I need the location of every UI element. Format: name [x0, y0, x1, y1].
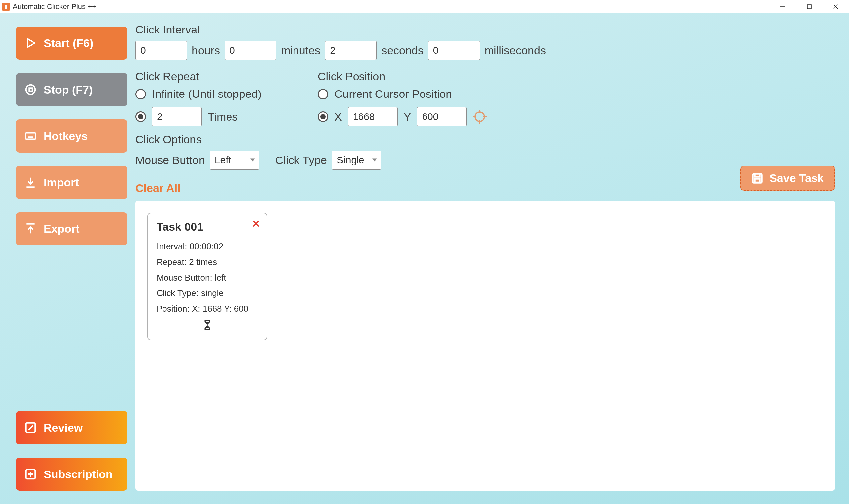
click-interval-heading: Click Interval	[135, 23, 835, 36]
stop-icon	[24, 83, 37, 96]
svg-point-15	[475, 112, 484, 121]
hotkeys-button[interactable]: Hotkeys	[16, 119, 127, 152]
app-icon	[2, 3, 10, 11]
position-current-option[interactable]: Current Cursor Position	[318, 88, 487, 101]
star-icon	[24, 468, 37, 481]
svg-point-5	[26, 85, 35, 94]
radio-icon	[135, 89, 146, 100]
task-position: Position: X: 1668 Y: 600	[157, 304, 258, 314]
task-panel: Task 001 Interval: 00:00:02 Repeat: 2 ti…	[135, 201, 835, 491]
svg-rect-21	[755, 179, 760, 182]
svg-rect-6	[29, 88, 32, 91]
hotkeys-button-label: Hotkeys	[44, 130, 88, 143]
repeat-times-input[interactable]	[152, 107, 202, 126]
minimize-button[interactable]	[770, 0, 796, 13]
export-button-label: Export	[44, 222, 79, 235]
start-button[interactable]: Start (F6)	[16, 26, 127, 60]
hours-label: hours	[192, 44, 220, 57]
save-task-button[interactable]: Save Task	[740, 166, 835, 191]
task-mouse: Mouse Button: left	[157, 273, 258, 283]
position-y-label: Y	[403, 110, 411, 123]
window-title: Automatic Clicker Plus ++	[13, 2, 96, 11]
position-y-input[interactable]	[417, 107, 467, 126]
export-icon	[24, 222, 37, 235]
repeat-infinite-option[interactable]: Infinite (Until stopped)	[135, 88, 294, 101]
seconds-label: seconds	[381, 44, 423, 57]
milliseconds-label: milliseconds	[485, 44, 546, 57]
maximize-button[interactable]	[796, 0, 823, 13]
click-repeat-heading: Click Repeat	[135, 70, 294, 83]
click-type-label: Click Type	[275, 154, 327, 167]
click-options-heading: Click Options	[135, 133, 835, 146]
svg-rect-1	[807, 5, 811, 8]
export-button[interactable]: Export	[16, 212, 127, 245]
minutes-input[interactable]	[224, 41, 276, 60]
task-title: Task 001	[157, 220, 258, 233]
repeat-times-option[interactable]: Times	[135, 107, 294, 126]
target-picker-icon[interactable]	[473, 110, 487, 124]
click-position-heading: Click Position	[318, 70, 487, 83]
task-card: Task 001 Interval: 00:00:02 Repeat: 2 ti…	[147, 213, 267, 340]
titlebar: Automatic Clicker Plus ++	[0, 0, 849, 13]
mouse-button-select[interactable]: Left	[210, 150, 259, 170]
subscription-button[interactable]: Subscription	[16, 457, 127, 491]
import-icon	[24, 176, 37, 189]
svg-marker-4	[28, 39, 35, 47]
task-interval: Interval: 00:00:02	[157, 241, 258, 252]
task-type: Click Type: single	[157, 288, 258, 299]
play-icon	[24, 36, 37, 50]
save-icon	[752, 173, 763, 184]
review-button[interactable]: Review	[16, 411, 127, 444]
position-x-input[interactable]	[348, 107, 398, 126]
clear-all-link[interactable]: Clear All	[135, 182, 835, 195]
interval-row: hours minutes seconds milliseconds	[135, 41, 835, 60]
keyboard-icon	[24, 129, 37, 143]
hourglass-icon	[157, 319, 258, 333]
import-button-label: Import	[44, 176, 79, 189]
click-type-value: Single	[337, 155, 364, 166]
save-task-label: Save Task	[770, 172, 824, 185]
mouse-button-label: Mouse Button	[135, 154, 205, 167]
radio-icon	[318, 89, 328, 100]
position-current-label: Current Cursor Position	[334, 88, 452, 101]
milliseconds-input[interactable]	[428, 41, 480, 60]
start-button-label: Start (F6)	[44, 37, 93, 50]
position-x-label: X	[334, 110, 342, 123]
position-xy-option[interactable]: X Y	[318, 107, 487, 126]
seconds-input[interactable]	[325, 41, 377, 60]
main-panel: Click Interval hours minutes seconds mil…	[135, 13, 849, 504]
task-close-button[interactable]	[251, 219, 261, 231]
review-button-label: Review	[44, 421, 83, 434]
repeat-times-label: Times	[207, 110, 238, 123]
task-repeat: Repeat: 2 times	[157, 257, 258, 267]
import-button[interactable]: Import	[16, 166, 127, 199]
radio-selected-icon	[318, 111, 328, 122]
stop-button[interactable]: Stop (F7)	[16, 73, 127, 106]
radio-selected-icon	[135, 111, 146, 122]
minutes-label: minutes	[281, 44, 320, 57]
close-window-button[interactable]	[823, 0, 849, 13]
sidebar: Start (F6) Stop (F7) Hotkeys Import Expo…	[0, 13, 135, 504]
repeat-infinite-label: Infinite (Until stopped)	[152, 88, 262, 101]
click-type-select[interactable]: Single	[332, 150, 381, 170]
subscription-button-label: Subscription	[44, 468, 113, 481]
stop-button-label: Stop (F7)	[44, 83, 92, 96]
hours-input[interactable]	[135, 41, 187, 60]
options-row: Mouse Button Left Click Type Single	[135, 150, 835, 170]
edit-icon	[24, 421, 37, 434]
mouse-button-value: Left	[215, 155, 231, 166]
svg-rect-7	[25, 133, 36, 139]
